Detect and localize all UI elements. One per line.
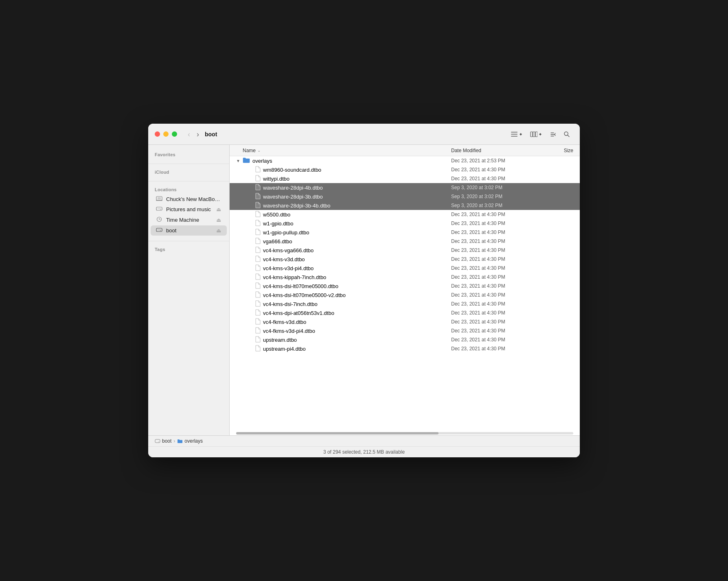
svg-rect-4 (533, 132, 535, 137)
favorites-header: Favorites (148, 150, 229, 159)
table-row[interactable]: vc4-kms-dsi-lt070me05000-v2.dtbo Dec 23,… (230, 290, 580, 299)
file-date: Dec 23, 2021 at 4:30 PM (451, 319, 541, 325)
file-date: Dec 23, 2021 at 4:30 PM (451, 229, 541, 235)
file-icon (255, 193, 261, 201)
table-row[interactable]: wittypi.dtbo Dec 23, 2021 at 4:30 PM (230, 174, 580, 183)
table-row[interactable]: vc4-kms-dsi-lt070me05000.dtbo Dec 23, 20… (230, 282, 580, 290)
table-row[interactable]: w5500.dtbo Dec 23, 2021 at 4:30 PM (230, 210, 580, 219)
table-row[interactable]: vc4-kms-kippah-7inch.dtbo Dec 23, 2021 a… (230, 273, 580, 282)
file-date: Dec 23, 2021 at 4:30 PM (451, 265, 541, 271)
table-row[interactable]: upstream.dtbo Dec 23, 2021 at 4:30 PM (230, 335, 580, 344)
svg-point-6 (564, 132, 568, 135)
size-column-header[interactable]: Size (541, 148, 573, 153)
file-name: upstream-pi4.dtbo (263, 346, 451, 352)
table-row[interactable]: vc4-kms-dpi-at056tn53v1.dtbo Dec 23, 202… (230, 308, 580, 317)
breadcrumb-boot[interactable]: boot (155, 438, 171, 444)
sidebar-item-macbook[interactable]: Chuck's New MacBook Pro (151, 194, 227, 204)
more-button[interactable] (546, 129, 559, 140)
file-date: Dec 23, 2021 at 4:30 PM (451, 346, 541, 352)
table-row[interactable]: upstream-pi4.dtbo Dec 23, 2021 at 4:30 P… (230, 344, 580, 353)
eject-boot-button[interactable]: ⏏ (215, 227, 222, 234)
list-view-button[interactable] (507, 129, 526, 140)
forward-button[interactable]: › (194, 129, 202, 140)
file-icon (255, 247, 261, 254)
name-column-header[interactable]: Name ⌄ (243, 148, 451, 153)
breadcrumb-overlays[interactable]: overlays (177, 438, 203, 444)
table-row[interactable]: vc4-kms-dsi-7inch.dtbo Dec 23, 2021 at 4… (230, 299, 580, 308)
file-date: Dec 23, 2021 at 4:30 PM (451, 283, 541, 289)
svg-rect-3 (531, 132, 533, 137)
file-icon (255, 300, 261, 308)
columns-view-button[interactable] (527, 129, 546, 140)
file-name: vga666.dtbo (263, 238, 451, 245)
file-name: vc4-kms-dsi-lt070me05000-v2.dtbo (263, 292, 451, 298)
table-row[interactable]: w1-gpio.dtbo Dec 23, 2021 at 4:30 PM (230, 219, 580, 228)
scroll-thumb[interactable] (236, 432, 439, 435)
traffic-lights (155, 131, 177, 137)
table-row[interactable]: vc4-kms-vga666.dtbo Dec 23, 2021 at 4:30… (230, 246, 580, 255)
drive-icon (156, 206, 163, 213)
scroll-track[interactable] (236, 432, 573, 435)
file-icon (255, 327, 261, 335)
search-button[interactable] (560, 129, 573, 140)
file-name: vc4-kms-v3d.dtbo (263, 256, 451, 262)
file-icon (255, 345, 261, 353)
file-date: Dec 23, 2021 at 4:30 PM (451, 310, 541, 316)
horizontal-scrollbar[interactable] (230, 431, 580, 435)
table-row[interactable]: vc4-kms-v3d.dtbo Dec 23, 2021 at 4:30 PM (230, 255, 580, 264)
breadcrumb-separator: › (173, 438, 175, 444)
file-name: vc4-fkms-v3d.dtbo (263, 319, 451, 325)
file-icon (255, 211, 261, 218)
table-row[interactable]: vc4-fkms-v3d.dtbo Dec 23, 2021 at 4:30 P… (230, 317, 580, 326)
file-name: waveshare-28dpi-4b.dtbo (263, 185, 451, 191)
eject-pictures-button[interactable]: ⏏ (215, 206, 222, 212)
table-row[interactable]: waveshare-28dpi-3b.dtbo Sep 3, 2020 at 3… (230, 192, 580, 201)
icloud-header: iCloud (148, 167, 229, 176)
laptop-icon (156, 196, 163, 202)
table-row[interactable]: waveshare-28dpi-3b-4b.dtbo Sep 3, 2020 a… (230, 201, 580, 210)
svg-rect-5 (535, 132, 537, 137)
main-content: Favorites iCloud Locations Chuck's New M… (148, 145, 580, 435)
file-icon (255, 256, 261, 263)
file-date: Dec 23, 2021 at 4:30 PM (451, 292, 541, 298)
sidebar-item-pictures[interactable]: Pictures and music ⏏ (151, 204, 227, 214)
file-icon (255, 336, 261, 344)
sidebar-item-timemachine[interactable]: Time Machine ⏏ (151, 215, 227, 225)
file-date: Sep 3, 2020 at 3:02 PM (451, 194, 541, 199)
table-row[interactable]: vga666.dtbo Dec 23, 2021 at 4:30 PM (230, 237, 580, 246)
back-button[interactable]: ‹ (185, 129, 193, 140)
file-date: Dec 23, 2021 at 4:30 PM (451, 176, 541, 181)
table-row[interactable]: wm8960-soundcard.dtbo Dec 23, 2021 at 4:… (230, 165, 580, 174)
breadcrumb-drive-icon (155, 439, 160, 443)
close-button[interactable] (155, 131, 160, 137)
file-area: Name ⌄ Date Modified Size ▼ overlays (230, 145, 580, 435)
table-row[interactable]: w1-gpio-pullup.dtbo Dec 23, 2021 at 4:30… (230, 228, 580, 237)
file-name: vc4-kms-kippah-7inch.dtbo (263, 274, 451, 280)
breadcrumb: boot › overlays (148, 436, 580, 447)
status-bar: 3 of 294 selected, 212.5 MB available (148, 447, 580, 457)
table-row[interactable]: ▼ overlays Dec 23, 2021 at 2:53 PM (230, 156, 580, 165)
file-name: wittypi.dtbo (263, 176, 451, 182)
sort-arrow: ⌄ (257, 148, 261, 153)
svg-rect-2 (511, 136, 517, 137)
table-row[interactable]: waveshare-28dpi-4b.dtbo Sep 3, 2020 at 3… (230, 183, 580, 192)
maximize-button[interactable] (172, 131, 177, 137)
minimize-button[interactable] (163, 131, 169, 137)
file-icon (255, 291, 261, 299)
eject-timemachine-button[interactable]: ⏏ (215, 217, 222, 223)
file-name: waveshare-28dpi-3b.dtbo (263, 194, 451, 200)
file-name: upstream.dtbo (263, 337, 451, 343)
file-icon (255, 166, 261, 174)
date-column-header[interactable]: Date Modified (451, 148, 541, 153)
window-title: boot (205, 131, 217, 138)
table-row[interactable]: vc4-kms-v3d-pi4.dtbo Dec 23, 2021 at 4:3… (230, 264, 580, 273)
svg-point-15 (160, 230, 161, 231)
table-row[interactable]: vc4-fkms-v3d-pi4.dtbo Dec 23, 2021 at 4:… (230, 326, 580, 335)
expand-arrow: ▼ (236, 159, 243, 163)
file-icon (255, 273, 261, 281)
tags-header: Tags (148, 245, 229, 253)
sidebar-item-boot[interactable]: boot ⏏ (151, 225, 227, 236)
svg-point-12 (160, 209, 161, 210)
file-name: vc4-kms-dpi-at056tn53v1.dtbo (263, 310, 451, 316)
file-date: Dec 23, 2021 at 4:30 PM (451, 256, 541, 262)
